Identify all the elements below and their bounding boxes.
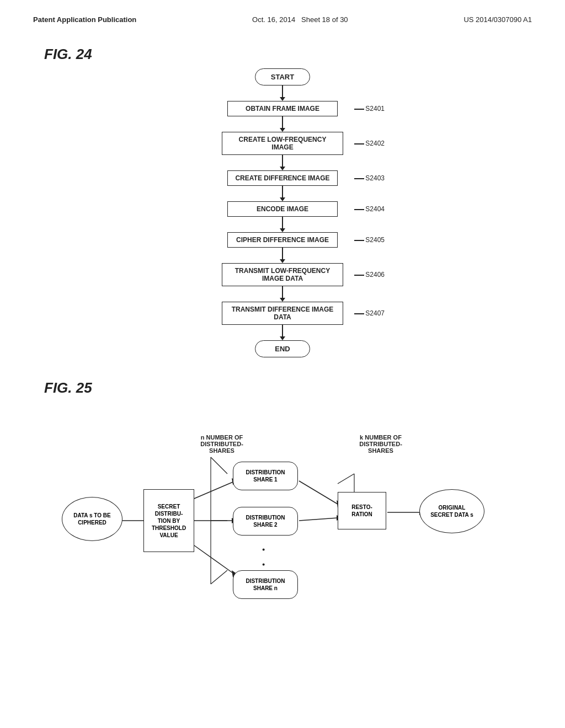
arrow-2 [280, 116, 285, 132]
s2402-label: S2402 [354, 140, 385, 147]
s2407-row: TRANSMIT DIFFERENCE IMAGE DATA S2407 [186, 302, 379, 325]
fig24-label: FIG. 24 [44, 46, 565, 63]
restoration-node: RESTO-RATION [338, 492, 386, 529]
s2404-label: S2404 [354, 205, 385, 213]
s2402-node: CREATE LOW-FREQUENCY IMAGE [222, 132, 343, 155]
svg-line-16 [211, 570, 227, 584]
s2406-node: TRANSMIT LOW-FREQUENCY IMAGE DATA [222, 263, 343, 286]
header-sheet: Sheet 18 of 30 [301, 15, 348, 24]
s2407-label: S2407 [354, 309, 385, 317]
s2403-label: S2403 [354, 174, 385, 182]
fig25-label: FIG. 25 [44, 379, 565, 397]
svg-line-2 [194, 482, 233, 499]
s2404-node: ENCODE IMAGE [227, 201, 338, 217]
start-row: START [186, 68, 379, 85]
s2406-row: TRANSMIT LOW-FREQUENCY IMAGE DATA S2406 [186, 263, 379, 286]
share2-node: DISTRIBUTIONSHARE 2 [233, 507, 298, 536]
s2405-node: CIPHER DIFFERENCE IMAGE [227, 232, 338, 248]
s2405-label: S2405 [354, 236, 385, 244]
arrow-8 [280, 325, 285, 340]
share1-node: DISTRIBUTIONSHARE 1 [233, 462, 298, 490]
header-date: Oct. 16, 2014 [252, 15, 295, 24]
header-publication: Patent Application Publication [33, 15, 136, 24]
fig24-flowchart: START OBTAIN FRAME IMAGE S2401 CREATE LO… [145, 68, 420, 357]
data-s-node: DATA s TO BECIPHERED [62, 497, 122, 541]
svg-line-6 [194, 545, 233, 573]
s2402-row: CREATE LOW-FREQUENCY IMAGE S2402 [186, 132, 379, 155]
svg-line-10 [299, 518, 338, 521]
s2404-row: ENCODE IMAGE S2404 [186, 201, 379, 217]
n-label: n NUMBER OFDISTRIBUTED-SHARES [189, 434, 255, 454]
arrow-4 [280, 186, 285, 201]
end-row: END [186, 340, 379, 357]
s2407-node: TRANSMIT DIFFERENCE IMAGE DATA [222, 302, 343, 325]
start-node: START [255, 68, 310, 85]
arrow-5 [280, 217, 285, 232]
svg-line-19 [338, 474, 354, 484]
end-node: END [255, 340, 310, 357]
svg-line-8 [299, 481, 338, 504]
arrow-7 [280, 286, 285, 302]
s2401-node: OBTAIN FRAME IMAGE [227, 101, 338, 116]
k-label: k NUMBER OFDISTRIBUTED-SHARES [348, 434, 414, 454]
s2401-label: S2401 [354, 105, 385, 113]
arrow-6 [280, 248, 285, 263]
arrow-3 [280, 155, 285, 170]
s2405-row: CIPHER DIFFERENCE IMAGE S2405 [186, 232, 379, 248]
page-header: Patent Application Publication Oct. 16, … [0, 0, 565, 29]
s2403-row: CREATE DIFFERENCE IMAGE S2403 [186, 170, 379, 186]
share-n-node: DISTRIBUTIONSHARE n [233, 570, 298, 599]
s2401-row: OBTAIN FRAME IMAGE S2401 [186, 101, 379, 116]
secret-dist-node: SECRETDISTRIBU-TION BYTHRESHOLDVALUE [143, 489, 194, 552]
fig25-diagram: n NUMBER OFDISTRIBUTED-SHARES k NUMBER O… [45, 402, 520, 645]
s2403-node: CREATE DIFFERENCE IMAGE [227, 170, 338, 186]
arrow-1 [280, 85, 285, 101]
svg-line-15 [211, 457, 227, 474]
s2406-label: S2406 [354, 271, 385, 279]
original-secret-node: ORIGINALSECRET DATA s [419, 489, 484, 533]
header-patent-number: US 2014/0307090 A1 [463, 15, 532, 24]
header-date-sheet: Oct. 16, 2014 Sheet 18 of 30 [252, 15, 348, 24]
